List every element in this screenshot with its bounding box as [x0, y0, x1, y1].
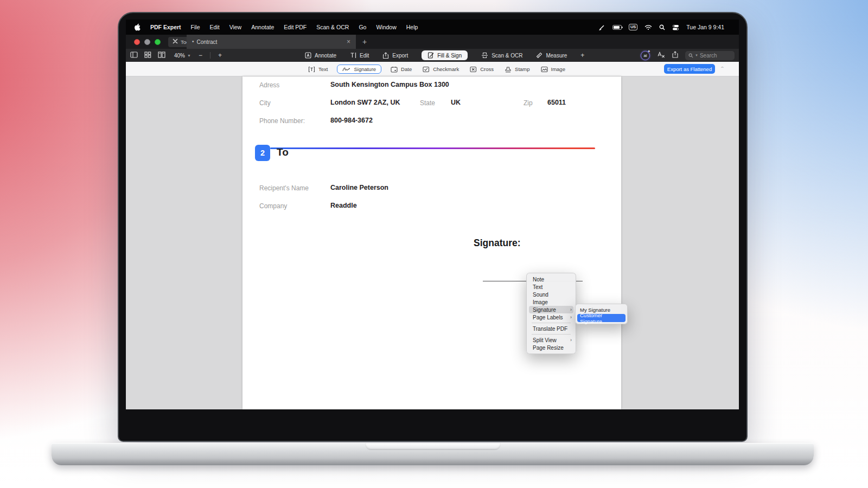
city-value[interactable]: London SW7 2AZ, UK	[330, 99, 400, 106]
document-viewport[interactable]: Adress South Kensington Campus Box 1300 …	[126, 76, 739, 409]
section-title: To	[277, 146, 289, 158]
context-menu-item-text[interactable]: Text	[527, 283, 576, 291]
tab-modified-indicator: •	[192, 38, 194, 44]
context-menu-item-signature[interactable]: Signature ›	[529, 306, 573, 313]
apple-icon[interactable]	[134, 23, 141, 31]
menubar-app-name[interactable]: PDF Expert	[150, 24, 181, 30]
menubar-clock[interactable]: Tue Jan 9 9:41	[686, 24, 724, 30]
menu-separator	[532, 323, 571, 323]
context-menu: Note Text Sound Image Signature › Page L…	[526, 273, 576, 354]
tool-date-label: Date	[401, 66, 412, 72]
tool-cross-label: Cross	[480, 66, 494, 72]
state-value[interactable]: UK	[451, 99, 461, 106]
field-recipient: Recipent's Name	[259, 184, 309, 192]
address-value[interactable]: South Kensington Campus Box 1300	[330, 81, 449, 88]
zoom-in-button[interactable]: +	[217, 52, 223, 59]
sparkle-icon: ✦	[647, 49, 650, 54]
document-tab[interactable]: • Contract ×	[187, 35, 356, 49]
menubar-item-scan-ocr[interactable]: Scan & OCR	[316, 24, 349, 30]
scan-icon	[481, 52, 488, 59]
context-menu-item-note[interactable]: Note	[527, 275, 576, 283]
translate-icon[interactable]	[657, 50, 665, 60]
ai-label: ai	[644, 53, 647, 58]
tab-fill-sign[interactable]: Fill & Sign	[422, 50, 468, 60]
field-company: Company	[259, 202, 287, 210]
battery-icon[interactable]	[612, 25, 622, 30]
menubar-item-window[interactable]: Window	[376, 24, 396, 30]
main-toolbar: 40% ▼ − + Annotate Edit Export Fill & S	[126, 49, 739, 62]
tool-image-label: Image	[551, 66, 565, 72]
pdf-page[interactable]: Adress South Kensington Campus Box 1300 …	[242, 76, 621, 409]
menubar-item-view[interactable]: View	[229, 24, 242, 30]
tab-export[interactable]: Export	[382, 52, 408, 59]
share-icon[interactable]	[672, 50, 678, 60]
keyboard-layout-badge[interactable]: US	[629, 24, 637, 30]
new-tab-button[interactable]: +	[359, 35, 370, 49]
page-layout-icon[interactable]	[158, 50, 165, 60]
annotate-icon	[305, 52, 311, 59]
zoom-out-button[interactable]: −	[197, 52, 203, 59]
signature-heading: Signature:	[474, 237, 521, 249]
ai-assistant-icon[interactable]: ai ✦	[641, 51, 650, 60]
tab-measure[interactable]: Measure	[536, 52, 567, 59]
menubar-item-annotate[interactable]: Annotate	[251, 24, 274, 30]
tool-checkmark[interactable]: Checkmark	[421, 66, 461, 73]
context-menu-item-split-view[interactable]: Split View ›	[527, 336, 576, 344]
search-icon	[688, 53, 693, 58]
minimize-window-button[interactable]	[144, 39, 150, 45]
menubar-item-file[interactable]: File	[191, 24, 200, 30]
search-scope-chevron-icon: ▼	[695, 54, 698, 57]
section-number-badge: 2	[255, 145, 270, 161]
zoom-window-button[interactable]	[155, 39, 161, 45]
collapse-toolbar-chevron-icon[interactable]: ⌃	[720, 66, 725, 71]
tool-date[interactable]: Date	[389, 66, 413, 73]
tool-signature-label: Signature	[354, 66, 376, 72]
wifi-icon[interactable]	[644, 24, 652, 30]
context-menu-item-sound[interactable]: Sound	[527, 291, 576, 298]
search-input[interactable]: ▼ Search	[685, 51, 735, 60]
field-address-value: South Kensington Campus Box 1300	[330, 81, 449, 88]
company-label: Company	[259, 202, 287, 210]
text-tool-icon	[308, 66, 315, 73]
tab-bar: Tools • Contract × +	[126, 35, 739, 49]
menubar-item-go[interactable]: Go	[359, 24, 366, 30]
context-menu-item-page-resize[interactable]: Page Resize	[527, 344, 576, 351]
spotlight-search-icon[interactable]	[659, 24, 665, 30]
zoom-level-control[interactable]: 40% ▼	[174, 53, 191, 59]
field-phone: Phone Number:	[259, 117, 305, 125]
fill-sign-icon	[427, 52, 434, 59]
tab-close-icon[interactable]: ×	[347, 38, 350, 46]
search-placeholder: Search	[700, 53, 717, 59]
add-tool-button[interactable]: +	[580, 52, 584, 59]
recipient-value[interactable]: Caroline Peterson	[330, 184, 388, 191]
phone-value[interactable]: 800-984-3672	[330, 117, 373, 124]
menu-separator	[532, 334, 571, 335]
field-address: Adress	[259, 81, 279, 89]
laptop-base	[52, 443, 814, 465]
zip-value[interactable]: 65011	[547, 99, 566, 106]
tab-edit[interactable]: Edit	[350, 52, 369, 59]
submenu-arrow-icon: ›	[570, 314, 572, 320]
company-value[interactable]: Readdle	[330, 202, 357, 209]
tool-signature[interactable]: Signature	[337, 65, 381, 74]
pencil-status-icon[interactable]	[599, 24, 605, 30]
tab-scan-ocr[interactable]: Scan & OCR	[481, 52, 522, 59]
export-as-flattened-button[interactable]: Export as Flattened	[664, 64, 715, 74]
context-menu-item-page-labels[interactable]: Page Labels ›	[527, 313, 576, 321]
section-gradient-line	[270, 147, 595, 149]
context-menu-item-image[interactable]: Image	[527, 298, 576, 306]
close-window-button[interactable]	[134, 39, 140, 45]
tool-cross[interactable]: Cross	[468, 66, 495, 73]
menubar-item-edit[interactable]: Edit	[210, 24, 220, 30]
submenu-item-customer-signature[interactable]: Customer Signature	[577, 314, 626, 322]
tool-text[interactable]: Text	[307, 66, 329, 73]
thumbnails-grid-icon[interactable]	[144, 50, 151, 60]
menubar-item-edit-pdf[interactable]: Edit PDF	[284, 24, 307, 30]
control-center-icon[interactable]	[672, 24, 679, 30]
tool-image[interactable]: Image	[539, 66, 567, 73]
sidebar-toggle-icon[interactable]	[130, 50, 138, 60]
context-menu-item-translate-pdf[interactable]: Translate PDF	[527, 325, 576, 332]
menubar-item-help[interactable]: Help	[406, 24, 418, 30]
tool-stamp[interactable]: Stamp	[503, 66, 531, 73]
tab-annotate[interactable]: Annotate	[305, 52, 336, 59]
